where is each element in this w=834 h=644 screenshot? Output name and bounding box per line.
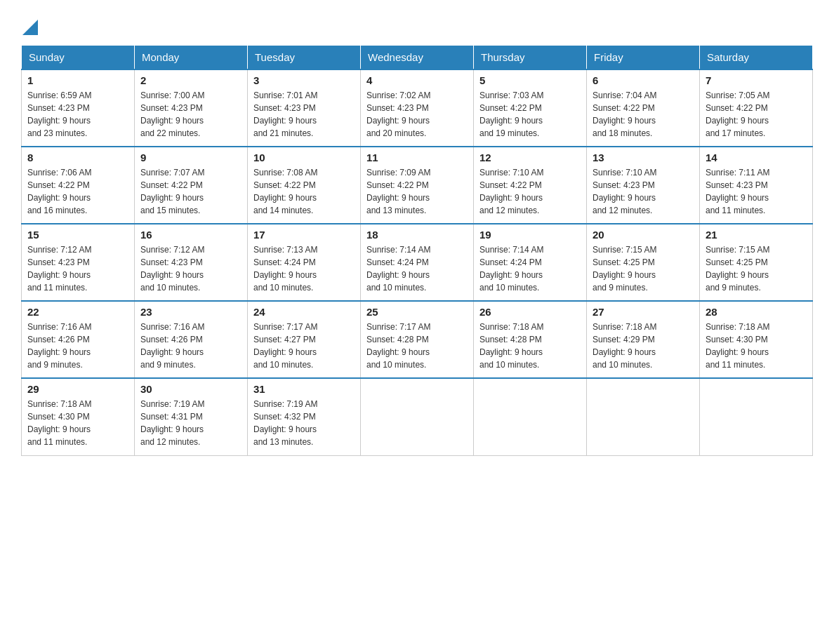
day-number: 24 [253, 306, 355, 318]
day-info: Sunrise: 7:18 AMSunset: 4:29 PMDaylight:… [593, 321, 694, 371]
calendar-day-cell: 25Sunrise: 7:17 AMSunset: 4:28 PMDayligh… [361, 301, 474, 378]
calendar-day-cell: 15Sunrise: 7:12 AMSunset: 4:23 PMDayligh… [22, 224, 135, 301]
calendar-day-cell: 26Sunrise: 7:18 AMSunset: 4:28 PMDayligh… [474, 301, 587, 378]
day-info: Sunrise: 7:18 AMSunset: 4:30 PMDaylight:… [706, 321, 807, 371]
calendar-day-cell: 11Sunrise: 7:09 AMSunset: 4:22 PMDayligh… [361, 147, 474, 224]
calendar-day-cell: 6Sunrise: 7:04 AMSunset: 4:22 PMDaylight… [587, 69, 700, 147]
calendar-week-row: 22Sunrise: 7:16 AMSunset: 4:26 PMDayligh… [22, 301, 813, 378]
day-number: 3 [253, 74, 355, 86]
day-number: 16 [140, 229, 241, 241]
day-of-week-header: Tuesday [248, 46, 361, 70]
day-info: Sunrise: 7:19 AMSunset: 4:31 PMDaylight:… [140, 398, 241, 448]
day-number: 4 [366, 74, 468, 86]
day-of-week-header: Sunday [22, 46, 135, 70]
day-info: Sunrise: 7:11 AMSunset: 4:23 PMDaylight:… [706, 166, 807, 217]
day-number: 25 [366, 306, 468, 318]
day-number: 20 [593, 229, 694, 241]
day-info: Sunrise: 7:02 AMSunset: 4:23 PMDaylight:… [366, 89, 468, 140]
day-number: 15 [27, 229, 128, 241]
day-number: 13 [593, 152, 694, 163]
calendar-day-cell [361, 378, 474, 455]
calendar-day-cell: 5Sunrise: 7:03 AMSunset: 4:22 PMDaylight… [474, 69, 587, 147]
day-number: 17 [253, 229, 355, 241]
day-number: 21 [706, 229, 807, 241]
calendar-day-cell: 27Sunrise: 7:18 AMSunset: 4:29 PMDayligh… [587, 301, 700, 378]
day-number: 22 [27, 306, 128, 318]
day-info: Sunrise: 7:10 AMSunset: 4:23 PMDaylight:… [593, 166, 694, 217]
calendar-day-cell: 31Sunrise: 7:19 AMSunset: 4:32 PMDayligh… [248, 378, 361, 455]
day-number: 1 [27, 74, 128, 86]
day-info: Sunrise: 7:07 AMSunset: 4:22 PMDaylight:… [140, 166, 241, 217]
day-number: 11 [366, 152, 468, 163]
logo-triangle-icon [22, 15, 38, 35]
day-number: 7 [706, 74, 807, 86]
calendar-day-cell: 23Sunrise: 7:16 AMSunset: 4:26 PMDayligh… [135, 301, 248, 378]
day-info: Sunrise: 7:09 AMSunset: 4:22 PMDaylight:… [366, 166, 468, 217]
calendar-day-cell: 24Sunrise: 7:17 AMSunset: 4:27 PMDayligh… [248, 301, 361, 378]
day-info: Sunrise: 7:12 AMSunset: 4:23 PMDaylight:… [27, 243, 128, 294]
calendar-day-cell: 10Sunrise: 7:08 AMSunset: 4:22 PMDayligh… [248, 147, 361, 224]
calendar-day-cell [587, 378, 700, 455]
day-info: Sunrise: 7:18 AMSunset: 4:28 PMDaylight:… [479, 321, 581, 371]
calendar-day-cell: 29Sunrise: 7:18 AMSunset: 4:30 PMDayligh… [22, 378, 135, 455]
day-number: 14 [706, 152, 807, 163]
day-info: Sunrise: 7:13 AMSunset: 4:24 PMDaylight:… [253, 243, 355, 294]
day-info: Sunrise: 7:01 AMSunset: 4:23 PMDaylight:… [253, 89, 355, 140]
calendar-day-cell: 17Sunrise: 7:13 AMSunset: 4:24 PMDayligh… [248, 224, 361, 301]
day-number: 31 [253, 383, 355, 395]
logo [21, 14, 38, 38]
calendar-day-cell: 7Sunrise: 7:05 AMSunset: 4:22 PMDaylight… [700, 69, 813, 147]
day-number: 23 [140, 306, 241, 318]
day-number: 27 [593, 306, 694, 318]
day-info: Sunrise: 7:04 AMSunset: 4:22 PMDaylight:… [593, 89, 694, 140]
day-number: 12 [479, 152, 581, 163]
page-header [21, 14, 813, 38]
calendar-week-row: 8Sunrise: 7:06 AMSunset: 4:22 PMDaylight… [22, 147, 813, 224]
day-number: 5 [479, 74, 581, 86]
day-of-week-header: Friday [587, 46, 700, 70]
calendar-day-cell [700, 378, 813, 455]
calendar-day-cell: 19Sunrise: 7:14 AMSunset: 4:24 PMDayligh… [474, 224, 587, 301]
calendar-day-cell: 22Sunrise: 7:16 AMSunset: 4:26 PMDayligh… [22, 301, 135, 378]
day-info: Sunrise: 7:18 AMSunset: 4:30 PMDaylight:… [27, 398, 128, 448]
day-info: Sunrise: 7:08 AMSunset: 4:22 PMDaylight:… [253, 166, 355, 217]
calendar-day-cell: 9Sunrise: 7:07 AMSunset: 4:22 PMDaylight… [135, 147, 248, 224]
calendar-day-cell: 12Sunrise: 7:10 AMSunset: 4:22 PMDayligh… [474, 147, 587, 224]
day-info: Sunrise: 7:15 AMSunset: 4:25 PMDaylight:… [593, 243, 694, 294]
calendar-week-row: 29Sunrise: 7:18 AMSunset: 4:30 PMDayligh… [22, 378, 813, 455]
calendar-day-cell: 30Sunrise: 7:19 AMSunset: 4:31 PMDayligh… [135, 378, 248, 455]
day-number: 26 [479, 306, 581, 318]
day-info: Sunrise: 7:10 AMSunset: 4:22 PMDaylight:… [479, 166, 581, 217]
day-of-week-header: Wednesday [361, 46, 474, 70]
day-of-week-header: Thursday [474, 46, 587, 70]
day-info: Sunrise: 7:17 AMSunset: 4:27 PMDaylight:… [253, 321, 355, 371]
calendar-day-cell: 20Sunrise: 7:15 AMSunset: 4:25 PMDayligh… [587, 224, 700, 301]
calendar-header-row: SundayMondayTuesdayWednesdayThursdayFrid… [22, 46, 813, 70]
day-info: Sunrise: 7:03 AMSunset: 4:22 PMDaylight:… [479, 89, 581, 140]
day-of-week-header: Monday [135, 46, 248, 70]
calendar-day-cell: 18Sunrise: 7:14 AMSunset: 4:24 PMDayligh… [361, 224, 474, 301]
calendar-day-cell: 28Sunrise: 7:18 AMSunset: 4:30 PMDayligh… [700, 301, 813, 378]
day-info: Sunrise: 7:15 AMSunset: 4:25 PMDaylight:… [706, 243, 807, 294]
calendar-day-cell: 1Sunrise: 6:59 AMSunset: 4:23 PMDaylight… [22, 69, 135, 147]
day-info: Sunrise: 7:14 AMSunset: 4:24 PMDaylight:… [479, 243, 581, 294]
day-number: 29 [27, 383, 128, 395]
day-info: Sunrise: 7:12 AMSunset: 4:23 PMDaylight:… [140, 243, 241, 294]
day-number: 30 [140, 383, 241, 395]
day-info: Sunrise: 7:16 AMSunset: 4:26 PMDaylight:… [140, 321, 241, 371]
day-info: Sunrise: 7:19 AMSunset: 4:32 PMDaylight:… [253, 398, 355, 448]
calendar-table: SundayMondayTuesdayWednesdayThursdayFrid… [21, 45, 813, 456]
calendar-day-cell: 14Sunrise: 7:11 AMSunset: 4:23 PMDayligh… [700, 147, 813, 224]
day-number: 18 [366, 229, 468, 241]
day-number: 19 [479, 229, 581, 241]
calendar-week-row: 1Sunrise: 6:59 AMSunset: 4:23 PMDaylight… [22, 69, 813, 147]
calendar-day-cell [474, 378, 587, 455]
day-number: 9 [140, 152, 241, 163]
day-number: 28 [706, 306, 807, 318]
calendar-day-cell: 2Sunrise: 7:00 AMSunset: 4:23 PMDaylight… [135, 69, 248, 147]
day-number: 6 [593, 74, 694, 86]
day-info: Sunrise: 7:06 AMSunset: 4:22 PMDaylight:… [27, 166, 128, 217]
day-number: 2 [140, 74, 241, 86]
day-info: Sunrise: 7:00 AMSunset: 4:23 PMDaylight:… [140, 89, 241, 140]
calendar-day-cell: 4Sunrise: 7:02 AMSunset: 4:23 PMDaylight… [361, 69, 474, 147]
